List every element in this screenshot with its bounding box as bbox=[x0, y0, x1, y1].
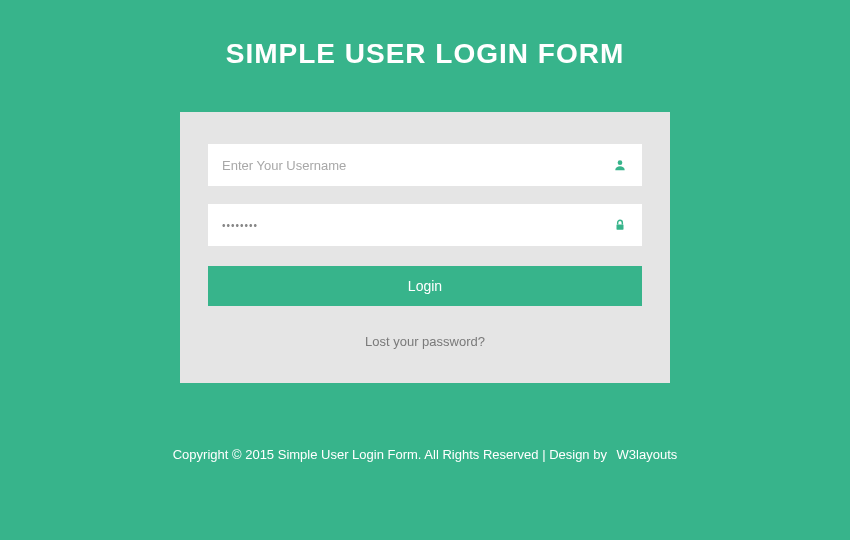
login-card: Login Lost your password? bbox=[180, 112, 670, 383]
footer: Copyright © 2015 Simple User Login Form.… bbox=[173, 447, 678, 462]
svg-point-0 bbox=[618, 160, 623, 165]
svg-rect-1 bbox=[617, 224, 624, 229]
page-title: SIMPLE USER LOGIN FORM bbox=[226, 38, 624, 70]
password-input[interactable] bbox=[222, 220, 612, 231]
lost-password-link[interactable]: Lost your password? bbox=[208, 334, 642, 349]
password-field-wrapper bbox=[208, 204, 642, 246]
login-button[interactable]: Login bbox=[208, 266, 642, 306]
footer-text: Copyright © 2015 Simple User Login Form.… bbox=[173, 447, 607, 462]
username-input[interactable] bbox=[222, 158, 612, 173]
user-icon bbox=[612, 157, 628, 173]
lock-icon bbox=[612, 217, 628, 233]
username-field-wrapper bbox=[208, 144, 642, 186]
footer-link[interactable]: W3layouts bbox=[617, 447, 678, 462]
